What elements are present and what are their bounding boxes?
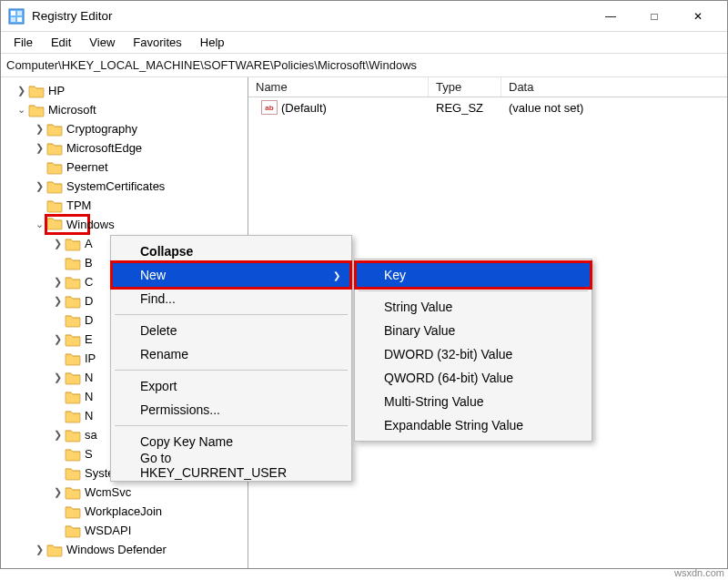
folder-icon xyxy=(65,294,81,309)
menu-view[interactable]: View xyxy=(82,34,122,51)
ctx-delete[interactable]: Delete xyxy=(113,319,349,342)
ctx-new-expandable[interactable]: Expandable String Value xyxy=(357,413,590,437)
ctx-find[interactable]: Find... xyxy=(113,287,349,310)
folder-icon xyxy=(46,543,63,557)
folder-icon xyxy=(28,84,45,98)
ctx-new-key[interactable]: Key xyxy=(357,263,590,287)
folder-icon xyxy=(65,428,81,443)
folder-icon xyxy=(65,524,81,538)
folder-icon xyxy=(65,504,81,519)
folder-icon xyxy=(65,466,81,481)
address-bar[interactable]: Computer\HKEY_LOCAL_MACHINE\SOFTWARE\Pol… xyxy=(1,54,727,77)
ctx-goto-hkcu[interactable]: Go to HKEY_CURRENT_USER xyxy=(113,453,349,477)
chevron-right-icon: ❯ xyxy=(333,270,340,280)
folder-icon xyxy=(65,371,81,385)
string-value-icon: ab xyxy=(261,100,278,115)
folder-icon xyxy=(46,122,63,137)
ctx-collapse[interactable]: Collapse xyxy=(113,239,349,263)
ctx-new-binary[interactable]: Binary Value xyxy=(357,319,590,342)
tree-item-peernet[interactable]: Peernet xyxy=(1,158,248,177)
folder-icon xyxy=(46,198,63,213)
app-icon xyxy=(8,8,25,25)
folder-icon xyxy=(65,447,81,462)
tree-item-wcmsvc[interactable]: ❯WcmSvc xyxy=(1,483,248,502)
list-row-default[interactable]: ab(Default) REG_SZ (value not set) xyxy=(248,97,727,117)
ctx-new-dword[interactable]: DWORD (32-bit) Value xyxy=(357,342,590,366)
context-menu: Collapse New❯ Find... Delete Rename Expo… xyxy=(110,235,352,482)
tree-item-workplacejoin[interactable]: WorkplaceJoin xyxy=(1,502,248,521)
column-type[interactable]: Type xyxy=(429,77,501,97)
ctx-new[interactable]: New❯ xyxy=(113,263,349,287)
folder-icon xyxy=(65,237,81,251)
caret-right-icon[interactable]: ❯ xyxy=(50,429,65,441)
list-header[interactable]: Name Type Data xyxy=(248,77,727,97)
ctx-new-string[interactable]: String Value xyxy=(357,295,590,319)
caret-right-icon[interactable]: ❯ xyxy=(32,142,46,154)
folder-icon xyxy=(65,275,81,290)
folder-icon xyxy=(46,141,63,156)
tree-item-systemcertificates[interactable]: ❯SystemCertificates xyxy=(1,177,248,196)
separator xyxy=(115,425,348,426)
tree-item-microsoft[interactable]: ⌄ Microsoft xyxy=(1,100,248,119)
caret-right-icon[interactable]: ❯ xyxy=(50,238,65,249)
menubar: File Edit View Favorites Help xyxy=(1,32,727,54)
separator xyxy=(359,290,588,291)
ctx-export[interactable]: Export xyxy=(113,374,349,398)
context-submenu-new: Key String Value Binary Value DWORD (32-… xyxy=(354,259,592,442)
folder-icon xyxy=(46,160,63,175)
tree-item-tpm[interactable]: TPM xyxy=(1,196,248,215)
ctx-new-qword[interactable]: QWORD (64-bit) Value xyxy=(357,366,590,390)
menu-favorites[interactable]: Favorites xyxy=(126,34,188,51)
folder-icon xyxy=(65,390,81,404)
tree-item-wsdapi[interactable]: WSDAPI xyxy=(1,521,248,540)
caret-right-icon[interactable]: ❯ xyxy=(32,544,46,555)
folder-icon xyxy=(65,409,81,423)
separator xyxy=(115,314,348,315)
caret-right-icon[interactable]: ❯ xyxy=(50,486,65,498)
caret-right-icon[interactable]: ❯ xyxy=(50,333,65,345)
caret-down-icon[interactable]: ⌄ xyxy=(32,219,46,230)
folder-icon xyxy=(28,103,45,117)
tree-item-windows[interactable]: ⌄Windows xyxy=(1,215,248,234)
tree-item-microsoftedge[interactable]: ❯MicrosoftEdge xyxy=(1,138,248,158)
caret-right-icon[interactable]: ❯ xyxy=(32,180,46,192)
folder-icon xyxy=(46,179,63,194)
separator xyxy=(115,370,348,371)
column-name[interactable]: Name xyxy=(248,77,429,97)
minimize-button[interactable]: — xyxy=(589,1,632,32)
folder-icon xyxy=(65,351,81,366)
ctx-permissions[interactable]: Permissions... xyxy=(113,398,349,422)
tree-item-hp[interactable]: ❯ HP xyxy=(1,81,248,100)
folder-icon xyxy=(65,256,81,270)
maximize-button[interactable]: □ xyxy=(632,1,676,32)
titlebar[interactable]: Registry Editor — □ ✕ xyxy=(1,1,727,32)
column-data[interactable]: Data xyxy=(501,77,727,97)
ctx-new-multistring[interactable]: Multi-String Value xyxy=(357,390,590,413)
menu-help[interactable]: Help xyxy=(193,34,232,51)
folder-icon xyxy=(65,313,81,328)
caret-right-icon[interactable]: ❯ xyxy=(50,276,65,288)
folder-icon xyxy=(65,485,81,500)
folder-icon xyxy=(65,332,81,347)
menu-file[interactable]: File xyxy=(6,34,40,51)
caret-right-icon[interactable]: ❯ xyxy=(14,85,28,97)
window-title: Registry Editor xyxy=(32,9,589,23)
ctx-rename[interactable]: Rename xyxy=(113,342,349,366)
tree-item-windowsdefender[interactable]: ❯Windows Defender xyxy=(1,540,248,559)
caret-down-icon[interactable]: ⌄ xyxy=(14,104,28,116)
caret-right-icon[interactable]: ❯ xyxy=(32,123,46,135)
caret-right-icon[interactable]: ❯ xyxy=(50,371,65,383)
tree-item-cryptography[interactable]: ❯Cryptography xyxy=(1,119,248,138)
watermark: wsxdn.com xyxy=(674,567,724,578)
close-button[interactable]: ✕ xyxy=(676,1,720,32)
caret-right-icon[interactable]: ❯ xyxy=(50,295,65,307)
menu-edit[interactable]: Edit xyxy=(44,34,78,51)
